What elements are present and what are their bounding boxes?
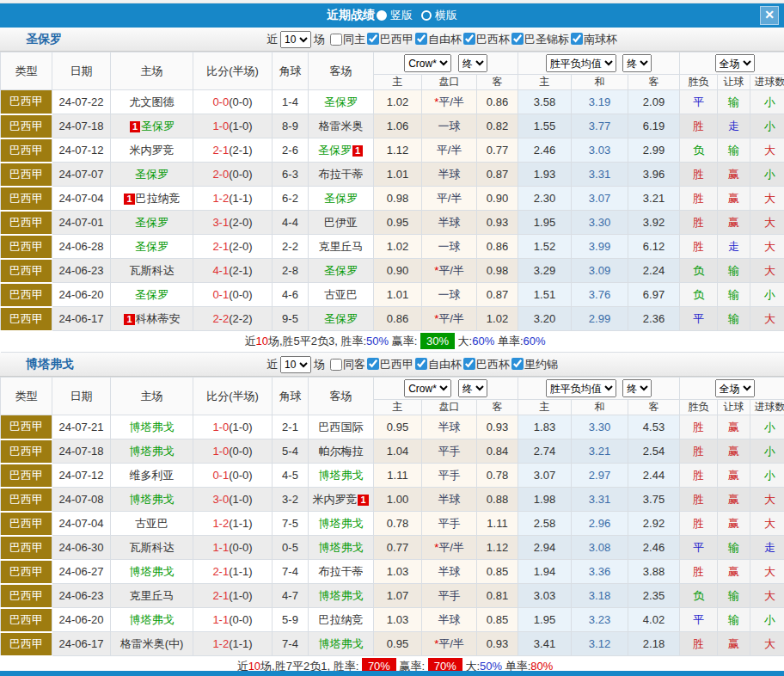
section-filter-bar: 博塔弗戈 近 10 场 同客 巴西甲自由杯巴西杯里约锦 bbox=[0, 353, 784, 377]
result-handicap-cell: 输 bbox=[718, 283, 750, 307]
result-handicap-cell: 赢 bbox=[718, 211, 750, 235]
team-label: 博塔弗戈 bbox=[130, 493, 175, 506]
same-venue-checkbox[interactable] bbox=[330, 359, 342, 371]
result-wdl-cell: 胜 bbox=[680, 163, 718, 187]
europe-time-select[interactable]: 终 bbox=[622, 54, 652, 72]
league-checkbox-label: 巴西甲 bbox=[380, 33, 413, 46]
date-cell: 24-07-12 bbox=[52, 138, 111, 163]
league-checkbox[interactable] bbox=[415, 358, 427, 370]
result-wdl-cell: 平 bbox=[680, 608, 718, 632]
table-row: 巴西甲24-07-18博塔弗戈1-0(0-0)5-4帕尔梅拉1.04平手0.84… bbox=[1, 439, 784, 464]
scope-select[interactable]: 全场 bbox=[715, 379, 755, 397]
scope-select[interactable]: 全场 bbox=[715, 54, 755, 72]
asia-home-odds-cell: 0.95 bbox=[374, 632, 422, 656]
table-row: 巴西甲24-06-17格雷米奥(中)1-2(1-1)7-4博塔弗戈0.95*平/… bbox=[1, 632, 784, 656]
team-label: 维多利亚 bbox=[130, 469, 175, 482]
asia-handicap-cell: 平/半 bbox=[422, 187, 477, 211]
asia-company-select[interactable]: Crow* bbox=[404, 54, 451, 72]
league-checkbox[interactable] bbox=[463, 33, 475, 45]
asia-handicap-cell: *平/半 bbox=[422, 632, 477, 656]
league-checkbox[interactable] bbox=[367, 33, 379, 45]
asia-time-select[interactable]: 终 bbox=[458, 379, 487, 397]
result-goals-cell: 大 bbox=[750, 211, 784, 235]
europe-away-odds-cell: 6.97 bbox=[628, 283, 680, 307]
date-cell: 24-06-30 bbox=[52, 536, 111, 560]
team-label: 格雷米奥 bbox=[319, 120, 364, 132]
europe-away-odds-cell: 2.54 bbox=[628, 439, 680, 464]
profit-rate-label: 赢率: bbox=[392, 335, 420, 347]
layout-radio-vertical-label[interactable]: 竖版 bbox=[390, 8, 413, 23]
result-goals-cell: 大 bbox=[750, 488, 784, 512]
filter-controls: 近 10 场 同主 巴西甲自由杯巴西杯巴圣锦标南球杯 bbox=[266, 31, 617, 48]
layout-radio-vertical[interactable] bbox=[377, 10, 387, 21]
team-label: 圣保罗 bbox=[324, 312, 358, 325]
near-label: 近 bbox=[266, 357, 278, 372]
home-team-cell: 圣保罗 bbox=[111, 211, 193, 235]
table-body: 巴西甲24-07-21博塔弗戈1-0(1-0)2-1巴西国际0.95半球0.93… bbox=[1, 415, 784, 656]
score-cell: 2-1(2-1) bbox=[193, 138, 273, 163]
match-count-select[interactable]: 10 bbox=[280, 31, 311, 48]
europe-away-odds-cell: 2.18 bbox=[628, 632, 680, 656]
europe-home-odds-cell: 3.58 bbox=[518, 90, 572, 114]
asia-home-odds-cell: 0.86 bbox=[374, 307, 422, 331]
league-cell: 巴西甲 bbox=[1, 464, 52, 488]
filter-controls: 近 10 场 同客 巴西甲自由杯巴西杯里约锦 bbox=[266, 356, 558, 373]
asia-handicap-cell: 一球 bbox=[422, 235, 477, 259]
asia-company-select[interactable]: Crow* bbox=[404, 379, 451, 397]
result-handicap-cell: 输 bbox=[718, 259, 750, 283]
league-cell: 巴西甲 bbox=[1, 512, 52, 536]
europe-time-select[interactable]: 终 bbox=[622, 379, 652, 397]
league-checkbox[interactable] bbox=[463, 358, 475, 370]
half-score: (1-0) bbox=[229, 493, 252, 506]
match-count-select[interactable]: 10 bbox=[280, 356, 311, 373]
full-score: 2-1 bbox=[212, 144, 229, 157]
league-checkbox[interactable] bbox=[571, 33, 583, 45]
result-handicap-cell: 赢 bbox=[718, 439, 750, 464]
asia-time-select[interactable]: 终 bbox=[458, 54, 487, 72]
date-cell: 24-07-18 bbox=[52, 114, 111, 138]
table-row: 巴西甲24-07-22尤文图德0-0(0-0)1-4圣保罗1.02*平/半0.8… bbox=[1, 90, 784, 114]
result-wdl-cell: 胜 bbox=[680, 235, 718, 259]
full-score: 0-1 bbox=[212, 288, 229, 301]
league-checkbox[interactable] bbox=[415, 33, 427, 45]
league-checkbox[interactable] bbox=[367, 358, 379, 370]
asia-home-odds-cell: 0.95 bbox=[374, 211, 422, 235]
corner-cell: 7-4 bbox=[273, 632, 309, 656]
result-handicap-cell: 输 bbox=[718, 584, 750, 608]
team-label: 圣保罗 bbox=[318, 144, 352, 157]
close-icon[interactable]: ✕ bbox=[760, 6, 779, 25]
league-checkbox-label: 巴西甲 bbox=[380, 358, 413, 371]
asia-home-odds-cell: 1.00 bbox=[374, 488, 422, 512]
date-cell: 24-07-21 bbox=[52, 415, 111, 439]
full-score: 2-0 bbox=[212, 168, 229, 181]
date-cell: 24-06-17 bbox=[52, 307, 111, 331]
asia-away-odds-cell: 0.93 bbox=[477, 415, 518, 439]
corner-cell: 6-3 bbox=[273, 163, 309, 187]
table-row: 巴西甲24-07-01圣保罗3-1(2-0)4-4巴伊亚0.95半球0.931.… bbox=[1, 211, 784, 235]
asia-away-odds-cell: 0.81 bbox=[477, 584, 518, 608]
team-label: 博塔弗戈 bbox=[130, 613, 175, 626]
europe-home-odds-cell: 1.93 bbox=[518, 163, 572, 187]
layout-radio-horizontal[interactable] bbox=[421, 10, 432, 21]
asia-handicap-cell: 半球 bbox=[422, 488, 477, 512]
full-score: 2-1 bbox=[212, 565, 229, 578]
europe-home-odds-cell: 1.95 bbox=[518, 211, 572, 235]
league-checkbox-label: 巴西杯 bbox=[476, 33, 510, 46]
layout-radio-horizontal-label[interactable]: 横版 bbox=[435, 8, 457, 23]
subcol-europe-away: 客 bbox=[628, 400, 680, 415]
asia-handicap-cell: 平手 bbox=[422, 439, 477, 464]
away-team-cell: 圣保罗1 bbox=[309, 138, 374, 163]
league-checkbox[interactable] bbox=[511, 358, 524, 370]
score-cell: 2-1(2-0) bbox=[193, 235, 273, 259]
result-wdl-cell: 胜 bbox=[680, 632, 718, 656]
europe-average-select[interactable]: 胜平负均值 bbox=[546, 54, 616, 72]
league-filter: 巴西甲 bbox=[365, 33, 413, 46]
league-checkbox[interactable] bbox=[511, 33, 524, 45]
result-wdl-cell: 平 bbox=[680, 90, 718, 114]
europe-average-select[interactable]: 胜平负均值 bbox=[546, 379, 616, 397]
full-score: 0-1 bbox=[212, 469, 229, 482]
europe-home-odds-cell: 1.83 bbox=[518, 415, 572, 439]
score-cell: 1-2(1-1) bbox=[193, 512, 273, 536]
home-team-cell: 圣保罗 bbox=[111, 163, 193, 187]
same-venue-checkbox[interactable] bbox=[330, 34, 342, 46]
